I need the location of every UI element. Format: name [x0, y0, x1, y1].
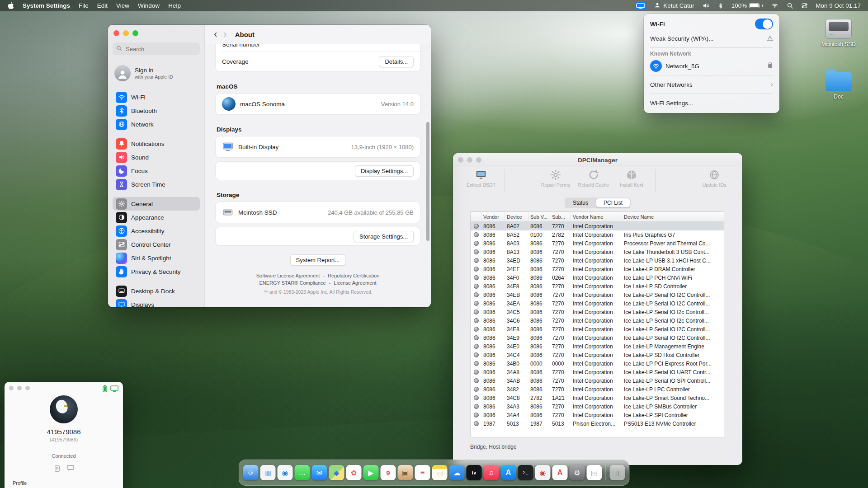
sidebar-item-general[interactable]: General	[113, 197, 200, 211]
dock-textedit[interactable]: ▤	[587, 465, 602, 480]
search-input[interactable]	[125, 45, 181, 53]
zoom-button[interactable]	[476, 157, 481, 163]
dock-photo-booth[interactable]: ▣	[398, 465, 413, 480]
sidebar-item-network[interactable]: Network	[113, 117, 200, 131]
dock-weather[interactable]: ☁	[449, 465, 465, 480]
dock-calendar[interactable]: 9	[381, 465, 396, 480]
dock-reminders[interactable]: ≡	[415, 465, 430, 480]
spotlight-search-icon[interactable]	[787, 2, 793, 9]
network-item[interactable]: Network_5G	[644, 59, 779, 73]
dock-maps[interactable]: ◆	[329, 465, 344, 480]
control-center-icon[interactable]	[801, 2, 808, 9]
other-networks-item[interactable]: Other Networks ›	[644, 77, 779, 92]
column-sub[interactable]: Sub...	[550, 212, 571, 221]
close-button[interactable]	[113, 30, 119, 36]
weak-security-item[interactable]: Weak Security (WPA)... ⚠	[644, 31, 779, 46]
dock-music[interactable]: ♫	[484, 465, 499, 480]
dock-dvd-player[interactable]: ◉	[535, 465, 551, 480]
pci-row[interactable]: 808634AB80867270Intel CorporationIce Lak…	[471, 376, 724, 385]
pci-row[interactable]: 808634C827821A21Intel CorporationIce Lak…	[471, 394, 724, 402]
display-settings-button[interactable]: Display Settings...	[355, 165, 414, 177]
column-vendor[interactable]: Vendor	[481, 212, 505, 221]
wifi-toggle[interactable]	[755, 19, 773, 29]
user-switcher[interactable]: Ketut Catur	[654, 2, 694, 9]
tab-status[interactable]: Status	[566, 198, 595, 207]
dock-mail[interactable]: ✉	[312, 465, 327, 480]
tab-pci-list[interactable]: PCI List	[596, 198, 630, 207]
dock-app-store[interactable]: A	[501, 465, 516, 480]
menu-edit[interactable]: Edit	[97, 2, 108, 9]
footer-link-license-agreement[interactable]: License Agreement	[334, 280, 376, 286]
sidebar-item-displays[interactable]: Displays	[113, 298, 200, 307]
minimize-button[interactable]	[467, 157, 472, 163]
menu-file[interactable]: File	[79, 2, 89, 9]
chat-icon[interactable]	[67, 465, 74, 474]
settings-header[interactable]: ‹ › About	[205, 25, 431, 44]
mute-icon[interactable]	[702, 2, 710, 9]
sidebar-item-focus[interactable]: Focus	[113, 164, 200, 178]
toolbar-repair-perms[interactable]: Repair Perms	[537, 169, 575, 188]
pci-row[interactable]: 808634E980867270Intel CorporationIce Lak…	[471, 333, 724, 342]
footer-link-energy-star-compliance[interactable]: ENERGY STAR® Compliance	[259, 280, 326, 286]
sidebar-item-bluetooth[interactable]: Bluetooth	[113, 104, 200, 117]
sidebar-item-notifications[interactable]: Notifications	[113, 137, 200, 150]
sidebar-item-siri-spotlight[interactable]: Siri & Spotlight	[113, 251, 200, 265]
menu-app-name[interactable]: System Settings	[23, 2, 70, 9]
dock-messages[interactable]: …	[295, 465, 310, 480]
sidebar-item-desktop-dock[interactable]: Desktop & Dock	[113, 284, 200, 298]
dock-safari[interactable]: ◉	[278, 465, 293, 480]
dock-notes[interactable]: ▤	[432, 465, 448, 480]
toolbar-update-ids[interactable]: Update IDs	[695, 169, 733, 188]
pci-row[interactable]: 808634A480867270Intel CorporationIce Lak…	[471, 411, 724, 419]
sidebar-item-wi-fi[interactable]: Wi-Fi	[113, 90, 200, 104]
close-button[interactable]	[458, 157, 463, 163]
dock-launchpad[interactable]: ▦	[260, 465, 276, 480]
pci-row[interactable]: 808634ED80867270Intel CorporationIce Lak…	[471, 256, 724, 265]
details-button[interactable]: Details...	[379, 56, 414, 67]
desktop-icon-mcintosh-ssd[interactable]: Mcintosh SSD	[814, 19, 863, 47]
dock-trash[interactable]: ▯	[610, 465, 625, 480]
dock-photos[interactable]: ✿	[346, 465, 362, 480]
pci-row[interactable]: 808634C580867270Intel CorporationIce Lak…	[471, 308, 724, 316]
sidebar-item-control-center[interactable]: Control Center	[113, 238, 200, 251]
dock-anydesk[interactable]: A	[552, 465, 568, 480]
minimize-button[interactable]	[17, 386, 22, 390]
toolbar-extract-dsdt[interactable]: Extract DSDT	[462, 169, 500, 188]
dpci-titlebar[interactable]: DPCIManager	[453, 153, 742, 167]
screen-mirroring-indicator-icon[interactable]	[635, 2, 646, 9]
settings-search-field[interactable]	[113, 42, 200, 55]
wifi-settings-item[interactable]: Wi-Fi Settings...	[644, 96, 779, 110]
pci-row[interactable]: 808634EB80867270Intel CorporationIce Lak…	[471, 291, 724, 299]
sidebar-item-signin[interactable]: Sign in with your Apple ID	[113, 63, 200, 83]
dock-terminal[interactable]: >_	[518, 465, 533, 480]
scrollbar[interactable]	[426, 122, 429, 241]
menu-window[interactable]: Window	[138, 2, 160, 9]
zoom-button[interactable]	[132, 30, 138, 36]
forward-icon[interactable]: ›	[223, 29, 226, 39]
column-vendor-name[interactable]: Vendor Name	[571, 212, 622, 221]
sidebar-item-privacy-security[interactable]: Privacy & Security	[113, 265, 200, 278]
system-report-button[interactable]: System Report...	[290, 254, 346, 266]
toolbar-rebuild-cache[interactable]: Rebuild Cache	[575, 169, 613, 188]
minimize-button[interactable]	[123, 30, 129, 36]
sidebar-item-appearance[interactable]: Appearance	[113, 211, 200, 224]
file-transfer-icon[interactable]	[54, 465, 61, 474]
pci-row[interactable]: 808634EF80867270Intel CorporationIce Lak…	[471, 265, 724, 273]
dock-facetime[interactable]: ▶	[363, 465, 379, 480]
pci-row[interactable]: 808634EA80867270Intel CorporationIce Lak…	[471, 299, 724, 308]
back-icon[interactable]: ‹	[214, 29, 217, 39]
pci-row[interactable]: 1987501319875013Phison Electron...PS5013…	[471, 419, 724, 428]
storage-settings-button[interactable]: Storage Settings...	[354, 231, 414, 242]
pci-row[interactable]: 808634E080867270Intel CorporationIce Lak…	[471, 342, 724, 351]
dock-tv[interactable]: tv	[467, 465, 482, 480]
pci-row[interactable]: 808634C480867270Intel CorporationIce Lak…	[471, 351, 724, 359]
pci-row[interactable]: 8086348280867270Intel CorporationIce Lak…	[471, 385, 724, 394]
profile-label[interactable]: Profile	[13, 480, 27, 486]
menu-help[interactable]: Help	[168, 2, 181, 9]
pci-row[interactable]: 808634A880867270Intel CorporationIce Lak…	[471, 368, 724, 376]
column-device-name[interactable]: Device Name	[622, 212, 724, 221]
pci-row[interactable]: 808634F080860264Intel CorporationIce Lak…	[471, 273, 724, 282]
pci-row[interactable]: 808634C680867270Intel CorporationIce Lak…	[471, 316, 724, 325]
wifi-icon[interactable]	[771, 2, 779, 9]
pci-row[interactable]: 80868A1380867270Intel CorporationIce Lak…	[471, 248, 724, 256]
